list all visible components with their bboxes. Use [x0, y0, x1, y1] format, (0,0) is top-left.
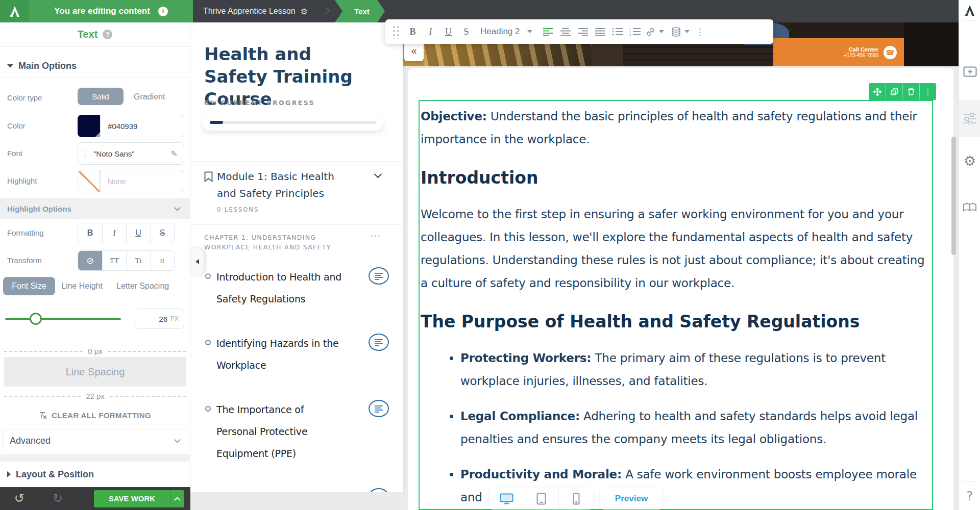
help-badge-icon[interactable]: ? [103, 30, 112, 39]
lesson-item[interactable]: The Importance of Personal Protective Eq… [204, 399, 389, 465]
transform-capitalize-button[interactable]: Tt [126, 251, 150, 270]
tab-line-height[interactable]: Line Height [61, 282, 103, 291]
mobile-view-button[interactable] [558, 488, 593, 509]
save-options-toggle[interactable] [170, 490, 184, 507]
font-size-slider-track[interactable] [5, 318, 121, 320]
tab-letter-spacing[interactable]: Letter Spacing [116, 282, 169, 291]
move-element-icon[interactable] [869, 83, 886, 100]
undo-icon[interactable]: ↺ [14, 491, 24, 505]
panel-header: Text ? [0, 22, 190, 47]
purpose-heading[interactable]: The Purpose of Health and Safety Regulat… [421, 311, 931, 333]
bullet-item[interactable]: Protecting Workers: The primary aim of t… [460, 347, 931, 393]
drag-dots-icon[interactable]: ⋮ [82, 149, 89, 158]
redo-icon[interactable]: ↻ [53, 491, 63, 505]
breadcrumb-gear-icon[interactable]: ⚙ [301, 7, 308, 16]
objective-paragraph[interactable]: Objective: Understand the basic principl… [421, 105, 931, 151]
color-value-input[interactable]: #040939 [100, 115, 184, 137]
font-size-slider-handle[interactable] [30, 313, 42, 325]
delete-element-icon[interactable] [902, 83, 919, 100]
font-size-value-input[interactable]: 26 PX [135, 309, 184, 329]
lesson-title[interactable]: The Importance of Personal Protective Eq… [216, 399, 344, 465]
bold-button[interactable]: B [78, 223, 102, 243]
toolbar-bold-button[interactable]: B [404, 21, 422, 42]
breadcrumb-app-label[interactable]: Thrive Apprentice Lesson [203, 7, 296, 16]
gear-icon[interactable]: ⚙ [959, 153, 980, 169]
tablet-view-button[interactable] [524, 488, 558, 509]
link-button[interactable] [644, 21, 658, 42]
templates-book-icon[interactable] [959, 203, 980, 212]
tab-font-size[interactable]: Font Size [3, 277, 55, 295]
lesson-item[interactable]: Identifying Hazards in the Workplace [204, 333, 389, 376]
panel-collapse-tab[interactable] [190, 248, 204, 275]
highlight-options-bar[interactable]: Highlight Options [0, 198, 190, 219]
canvas-scrollbar[interactable] [951, 137, 956, 255]
transform-lowercase-button[interactable]: tt [150, 251, 174, 270]
link-caret-icon[interactable] [659, 30, 664, 33]
font-input[interactable]: ⋮ "Noto Sans" ✎ [78, 142, 184, 165]
lesson-content-icon[interactable] [369, 334, 389, 351]
dynamic-data-caret-icon[interactable] [684, 30, 690, 33]
numbered-list-button[interactable]: 1 2 3 [626, 21, 644, 42]
line-spacing-label: Line Spacing [66, 366, 125, 378]
color-type-gradient-button[interactable]: Gradient [134, 92, 165, 101]
intro-heading[interactable]: Introduction [421, 167, 931, 189]
breadcrumb-element-tab[interactable]: Text [335, 0, 385, 22]
toolbar-drag-handle-icon[interactable] [391, 24, 400, 39]
strikethrough-button[interactable]: S [150, 223, 174, 243]
toolbar-strikethrough-button[interactable]: S [457, 21, 475, 42]
heading-style-dropdown[interactable]: Heading 2 [480, 27, 532, 37]
lesson-content-icon[interactable] [369, 267, 389, 285]
spacing-before-control[interactable]: 0 px [4, 347, 186, 355]
module-title[interactable]: Module 1: Basic Health and Safety Princi… [217, 168, 345, 202]
module-meta: 0 LESSONS [217, 206, 259, 213]
lesson-item[interactable]: Introduction to Health and Safety Regula… [204, 266, 389, 310]
help-icon[interactable]: ? [959, 489, 980, 503]
lesson-title[interactable]: Identifying Hazards in the Workplace [216, 333, 344, 376]
desktop-view-button[interactable] [489, 488, 524, 509]
align-center-button[interactable] [557, 21, 574, 42]
inline-format-toolbar: B I U S Heading 2 [385, 19, 773, 44]
chapter-more-icon[interactable]: ⋯ [370, 230, 380, 242]
underline-button[interactable]: U [126, 223, 150, 243]
lesson-content-icon[interactable] [369, 400, 389, 417]
layout-position-header[interactable]: Layout & Position [0, 462, 190, 487]
module-chevron-icon[interactable] [374, 170, 382, 178]
transform-none-button[interactable]: ⊘ [78, 251, 102, 270]
line-spacing-box[interactable]: Line Spacing [4, 357, 186, 387]
thrive-logo-tile[interactable] [0, 0, 29, 22]
color-swatch[interactable] [78, 115, 100, 137]
transform-uppercase-button[interactable]: TT [102, 251, 126, 270]
edit-pencil-icon[interactable]: ✎ [171, 149, 178, 159]
intro-paragraph[interactable]: Welcome to the first step in ensuring a … [421, 203, 931, 295]
main-options-header[interactable]: Main Options [0, 55, 190, 78]
element-more-icon[interactable]: ⋮ [919, 83, 936, 100]
align-right-button[interactable] [574, 21, 592, 42]
color-type-solid-button[interactable]: Solid [78, 88, 124, 105]
align-left-button[interactable] [540, 21, 557, 42]
toolbar-more-icon[interactable]: ⋮ [696, 27, 705, 37]
settings-sliders-icon[interactable] [959, 112, 980, 124]
dynamic-data-button[interactable] [669, 21, 683, 42]
bullet-list-button[interactable] [609, 21, 626, 42]
clear-formatting-button[interactable]: CLEAR ALL FORMATTING [0, 407, 190, 423]
expand-triangle-icon [7, 471, 11, 477]
info-icon[interactable]: i [158, 7, 168, 16]
toolbar-underline-button[interactable]: U [439, 21, 457, 42]
highlight-swatch[interactable] [78, 170, 100, 192]
lesson-rich-text[interactable]: Objective: Understand the basic principl… [421, 102, 931, 510]
justify-button[interactable] [592, 21, 609, 42]
preview-button[interactable]: Preview [600, 488, 663, 509]
save-work-button[interactable]: SAVE WORK [94, 490, 184, 507]
advanced-section-header[interactable]: Advanced [2, 429, 188, 452]
spacing-after-value: 22 px [86, 392, 105, 400]
lesson-title[interactable]: Introduction to Health and Safety Regula… [216, 266, 344, 310]
italic-button[interactable]: I [102, 223, 126, 243]
add-element-icon[interactable] [959, 66, 980, 77]
course-navigation-panel: Health and Safety Training Course 0% CUR… [190, 22, 403, 492]
font-label: Font [7, 149, 22, 158]
toolbar-italic-button[interactable]: I [422, 21, 439, 42]
highlight-input[interactable]: None [100, 170, 184, 192]
bullet-item[interactable]: Legal Compliance: Adhering to health and… [460, 405, 931, 451]
spacing-after-control[interactable]: 22 px [4, 392, 186, 400]
duplicate-element-icon[interactable] [886, 83, 902, 100]
